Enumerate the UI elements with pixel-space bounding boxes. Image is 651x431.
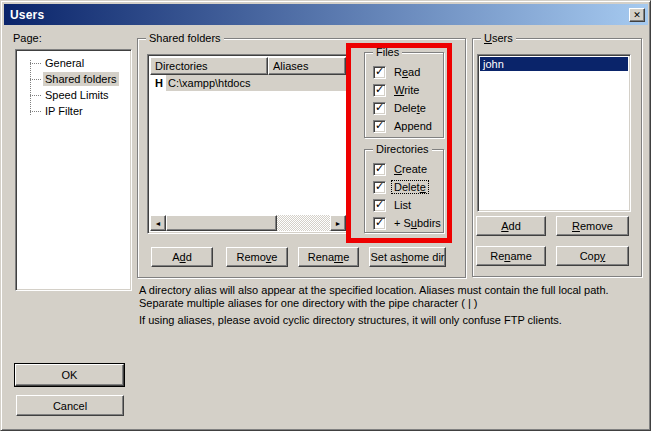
add-directory-button[interactable]: Add [151, 247, 213, 267]
tree-stub [30, 111, 41, 112]
cyclic-note-text: If using aliases, please avoid cyclic di… [139, 314, 647, 327]
cancel-button[interactable]: Cancel [16, 395, 124, 416]
check-icon: ✓ [375, 66, 384, 77]
users-list: john [477, 54, 631, 212]
tree-stub [30, 79, 41, 80]
tree-stub [30, 95, 41, 96]
directories-table: Directories Aliases H C:\xampp\htdocs ◄ … [147, 54, 349, 234]
check-icon: ✓ [375, 102, 384, 113]
check-icon: ✓ [375, 120, 384, 131]
table-header: Directories Aliases [150, 57, 346, 75]
scroll-right-button[interactable]: ► [330, 215, 346, 231]
dir-create-option: ✓ Create [373, 160, 443, 178]
users-group-label: Users [481, 31, 516, 45]
page-item-shared-folders[interactable]: Shared folders [16, 71, 131, 87]
dir-delete-option: ✓ Delete [373, 178, 443, 196]
check-icon: ✓ [375, 217, 384, 228]
set-as-home-dir-button[interactable]: Set as home dir [369, 247, 446, 267]
scroll-left-button[interactable]: ◄ [150, 215, 166, 231]
dir-list-option: ✓ List [373, 196, 443, 214]
files-write-option: ✓ Write [373, 81, 443, 99]
table-row[interactable]: H C:\xampp\htdocs [150, 75, 346, 91]
ok-button[interactable]: OK [15, 364, 124, 386]
append-checkbox[interactable]: ✓ [373, 120, 386, 133]
check-icon: ✓ [375, 181, 384, 192]
horizontal-scrollbar[interactable]: ◄ ► [150, 215, 346, 231]
titlebar: Users ✕ [4, 4, 648, 25]
page-item-general[interactable]: General [16, 55, 131, 71]
close-icon: ✕ [633, 10, 641, 20]
directories-group-label: Directories [373, 142, 432, 156]
files-append-option: ✓ Append [373, 117, 443, 135]
files-read-option: ✓ Read [373, 63, 443, 81]
tree-stub [30, 63, 41, 64]
rename-user-button[interactable]: Rename [476, 246, 546, 266]
delete-checkbox[interactable]: ✓ [373, 102, 386, 115]
files-delete-option: ✓ Delete [373, 99, 443, 117]
page-item-ip-filter[interactable]: IP Filter [16, 103, 131, 119]
page-list: General Shared folders Speed Limits IP F… [15, 49, 132, 291]
directory-cell: C:\xampp\htdocs [166, 75, 346, 91]
shared-folders-group-label: Shared folders [146, 31, 224, 45]
column-header-aliases[interactable]: Aliases [268, 57, 346, 75]
rename-directory-button[interactable]: Rename [298, 247, 359, 267]
remove-user-button[interactable]: Remove [556, 216, 629, 236]
dir-subdirs-option: ✓ + Subdirs [373, 214, 443, 232]
check-icon: ✓ [375, 199, 384, 210]
page-label: Page: [13, 32, 42, 44]
users-dialog: Users ✕ Page: General Shared folders Spe… [0, 0, 651, 431]
remove-directory-button[interactable]: Remove [226, 247, 288, 267]
write-checkbox[interactable]: ✓ [373, 84, 386, 97]
add-user-button[interactable]: Add [476, 216, 546, 236]
scrollbar-track[interactable] [277, 215, 330, 231]
arrow-left-icon: ◄ [155, 220, 162, 227]
files-group: Files ✓ Read ✓ Write ✓ Delete ✓ Append [364, 52, 444, 138]
subdirs-checkbox[interactable]: ✓ [373, 217, 386, 230]
window-title: Users [10, 8, 44, 22]
close-button[interactable]: ✕ [629, 8, 645, 22]
copy-user-button[interactable]: Copy [556, 246, 629, 266]
column-header-directories[interactable]: Directories [150, 57, 268, 75]
create-checkbox[interactable]: ✓ [373, 163, 386, 176]
check-icon: ✓ [375, 84, 384, 95]
home-flag: H [150, 77, 166, 89]
arrow-right-icon: ► [335, 220, 342, 227]
directories-group: Directories ✓ Create ✓ Delete ✓ List ✓ +… [364, 149, 444, 233]
alias-note-text: A directory alias will also appear at th… [139, 284, 647, 310]
scrollbar-thumb[interactable] [166, 215, 277, 231]
page-item-speed-limits[interactable]: Speed Limits [16, 87, 131, 103]
user-list-item[interactable]: john [480, 57, 628, 71]
check-icon: ✓ [375, 163, 384, 174]
files-group-label: Files [373, 45, 402, 59]
ok-button-ring: OK [14, 363, 125, 387]
dir-delete-checkbox[interactable]: ✓ [373, 181, 386, 194]
list-checkbox[interactable]: ✓ [373, 199, 386, 212]
read-checkbox[interactable]: ✓ [373, 66, 386, 79]
